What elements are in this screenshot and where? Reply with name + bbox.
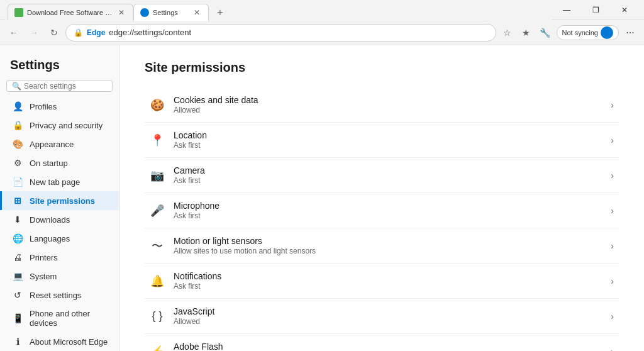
perm-desc-motion-sensors: Allow sites to use motion and light sens… <box>174 247 602 255</box>
perm-desc-camera: Ask first <box>174 176 602 185</box>
perm-icon-location: 📍 <box>150 133 165 147</box>
perm-text-camera: CameraAsk first <box>174 165 602 185</box>
tab-download[interactable]: Download Free Software for Wi... ✕ <box>8 4 133 21</box>
main-content: Settings 🔍 👤Profiles🔒Privacy and securit… <box>0 45 644 351</box>
sidebar-item-reset-settings[interactable]: ↺Reset settings <box>0 286 119 304</box>
perm-text-notifications: NotificationsAsk first <box>174 271 602 291</box>
sidebar-item-phone-devices[interactable]: 📱Phone and other devices <box>0 304 119 332</box>
title-bar: Download Free Software for Wi... ✕ Setti… <box>0 0 644 20</box>
edge-label: Edge <box>87 28 105 37</box>
favorite-button[interactable]: ☆ <box>499 24 516 42</box>
extensions-button[interactable]: 🔧 <box>536 24 554 42</box>
new-tab-button[interactable]: + <box>211 4 229 21</box>
search-settings-input[interactable] <box>24 82 118 91</box>
not-syncing-label: Not syncing <box>562 29 598 36</box>
perm-text-adobe-flash: Adobe FlashAlways block Flash (recommend… <box>174 342 602 351</box>
perm-desc-microphone: Ask first <box>174 211 602 220</box>
window-controls: — ❐ ✕ <box>552 0 639 20</box>
tab-bar: Download Free Software for Wi... ✕ Setti… <box>5 0 552 21</box>
permission-item-notifications[interactable]: 🔔NotificationsAsk first› <box>145 264 619 299</box>
address-actions: ☆ ★ 🔧 <box>499 24 554 42</box>
sidebar-item-downloads[interactable]: ⬇Downloads <box>0 210 119 229</box>
perm-icon-microphone: 🎤 <box>150 204 165 218</box>
restore-button[interactable]: ❐ <box>581 0 610 20</box>
permission-item-location[interactable]: 📍LocationAsk first› <box>145 123 619 158</box>
minimize-button[interactable]: — <box>552 0 581 20</box>
perm-text-cookies: Cookies and site dataAllowed <box>174 95 602 114</box>
tab-favicon-1 <box>14 8 23 17</box>
perm-name-camera: Camera <box>174 165 602 176</box>
sidebar-item-languages[interactable]: 🌐Languages <box>0 229 119 248</box>
collections-button[interactable]: ★ <box>518 24 535 42</box>
perm-name-notifications: Notifications <box>174 271 602 281</box>
sidebar-icon-reset-settings: ↺ <box>12 290 23 300</box>
sidebar-label-privacy: Privacy and security <box>30 121 103 130</box>
perm-icon-javascript: { } <box>150 309 165 323</box>
sidebar-item-privacy[interactable]: 🔒Privacy and security <box>0 116 119 135</box>
sidebar-title: Settings <box>0 45 119 80</box>
sidebar-label-site-permissions: Site permissions <box>30 196 95 206</box>
perm-name-location: Location <box>174 130 602 140</box>
search-icon: 🔍 <box>12 82 21 91</box>
tab-settings[interactable]: Settings ✕ <box>133 4 209 21</box>
permission-item-cookies[interactable]: 🍪Cookies and site dataAllowed› <box>145 87 619 123</box>
sidebar-item-printers[interactable]: 🖨Printers <box>0 248 119 267</box>
close-button[interactable]: ✕ <box>610 0 639 20</box>
forward-button[interactable]: → <box>25 24 43 42</box>
sidebar-icon-downloads: ⬇ <box>12 214 23 225</box>
perm-chevron-location: › <box>611 135 614 145</box>
tab-close-2[interactable]: ✕ <box>192 8 202 17</box>
permission-item-adobe-flash[interactable]: ⚡Adobe FlashAlways block Flash (recommen… <box>145 334 619 351</box>
sidebar: Settings 🔍 👤Profiles🔒Privacy and securit… <box>0 45 119 351</box>
perm-desc-javascript: Allowed <box>174 317 602 326</box>
sidebar-label-new-tab-page: New tab page <box>30 177 80 187</box>
tab-close-1[interactable]: ✕ <box>116 8 126 17</box>
sidebar-label-languages: Languages <box>30 234 70 243</box>
sidebar-item-appearance[interactable]: 🎨Appearance <box>0 135 119 153</box>
sidebar-icon-languages: 🌐 <box>12 233 23 243</box>
perm-text-microphone: MicrophoneAsk first <box>174 201 602 220</box>
sidebar-item-system[interactable]: 💻System <box>0 267 119 286</box>
more-button[interactable]: ··· <box>621 24 639 42</box>
sidebar-item-profiles[interactable]: 👤Profiles <box>0 97 119 116</box>
address-input-wrap[interactable]: 🔒 Edge edge://settings/content <box>65 24 496 42</box>
sidebar-label-system: System <box>30 272 57 281</box>
back-button[interactable]: ← <box>5 24 23 42</box>
perm-chevron-microphone: › <box>611 206 614 216</box>
sidebar-label-appearance: Appearance <box>30 140 74 149</box>
address-text[interactable]: edge://settings/content <box>109 28 487 37</box>
address-bar: ← → ↻ 🔒 Edge edge://settings/content ☆ ★… <box>0 20 644 45</box>
sidebar-label-about-edge: About Microsoft Edge <box>30 337 108 347</box>
perm-text-javascript: JavaScriptAllowed <box>174 306 602 326</box>
not-syncing-button[interactable]: Not syncing <box>557 25 619 40</box>
perm-icon-camera: 📷 <box>150 169 165 182</box>
sidebar-icon-appearance: 🎨 <box>12 139 23 149</box>
sidebar-icon-site-permissions: ⊞ <box>12 196 23 206</box>
sidebar-item-on-startup[interactable]: ⚙On startup <box>0 153 119 172</box>
tab-label-1: Download Free Software for Wi... <box>27 9 113 16</box>
permission-item-microphone[interactable]: 🎤MicrophoneAsk first› <box>145 193 619 228</box>
permission-item-motion-sensors[interactable]: 〜Motion or light sensorsAllow sites to u… <box>145 228 619 264</box>
sidebar-item-new-tab-page[interactable]: 📄New tab page <box>0 172 119 191</box>
sidebar-icon-about-edge: ℹ <box>12 337 23 347</box>
sidebar-label-on-startup: On startup <box>30 159 68 168</box>
sidebar-item-about-edge[interactable]: ℹAbout Microsoft Edge <box>0 332 119 351</box>
perm-chevron-adobe-flash: › <box>611 347 614 352</box>
permission-item-camera[interactable]: 📷CameraAsk first› <box>145 158 619 193</box>
search-settings-wrap[interactable]: 🔍 <box>6 80 113 92</box>
page-title: Site permissions <box>145 60 619 75</box>
sidebar-item-site-permissions[interactable]: ⊞Site permissions <box>0 191 119 210</box>
sidebar-label-reset-settings: Reset settings <box>30 291 81 300</box>
permission-item-javascript[interactable]: { }JavaScriptAllowed› <box>145 299 619 334</box>
sidebar-items-list: 👤Profiles🔒Privacy and security🎨Appearanc… <box>0 97 119 351</box>
perm-name-javascript: JavaScript <box>174 306 602 316</box>
sidebar-label-phone-devices: Phone and other devices <box>30 309 109 328</box>
tab-label-2: Settings <box>153 9 188 16</box>
perm-icon-motion-sensors: 〜 <box>150 238 165 254</box>
perm-chevron-cookies: › <box>611 100 614 110</box>
tab-favicon-2 <box>140 8 149 17</box>
perm-text-location: LocationAsk first <box>174 130 602 150</box>
sidebar-icon-on-startup: ⚙ <box>12 158 23 168</box>
sidebar-icon-phone-devices: 📱 <box>12 313 23 323</box>
reload-button[interactable]: ↻ <box>45 24 63 42</box>
